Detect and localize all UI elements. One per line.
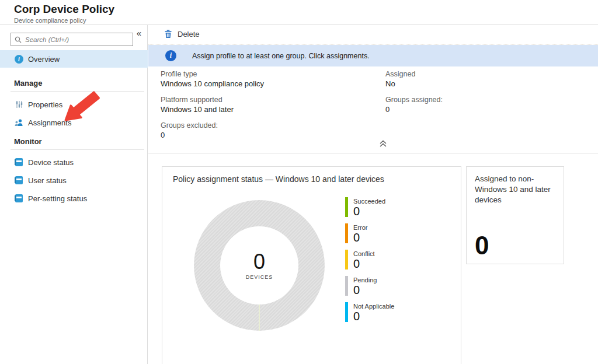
sidebar-item-assignments[interactable]: Assignments — [0, 114, 148, 131]
legend-item-pending: Pending 0 — [345, 276, 394, 296]
main-content: Delete i Assign profile to at least one … — [148, 25, 598, 364]
divider — [11, 149, 144, 150]
search-input[interactable] — [25, 36, 129, 43]
search-box[interactable] — [11, 33, 133, 46]
divider — [11, 91, 144, 92]
legend-item-conflict: Conflict 0 — [345, 250, 394, 270]
banner-text: Assign profile to at least one group. Cl… — [192, 52, 370, 60]
info-circle-icon: i — [165, 50, 176, 61]
collapse-details-chevron-icon[interactable] — [378, 139, 388, 148]
legend-item-succeeded: Succeeded 0 — [345, 197, 394, 217]
legend-item-error: Error 0 — [345, 223, 394, 243]
sidebar-item-label: User status — [28, 176, 67, 185]
legend-item-not-applicable: Not Applicable 0 — [345, 302, 394, 322]
sidebar-item-label: Per-setting status — [28, 194, 87, 203]
legend-color-bar — [345, 250, 348, 270]
field-assigned: Assigned No — [385, 69, 443, 89]
legend-color-bar — [345, 276, 348, 296]
legend-color-bar — [345, 197, 348, 217]
delete-button-label: Delete — [178, 30, 200, 38]
sidebar-section-monitor: Monitor — [14, 137, 42, 146]
divider — [148, 153, 598, 153]
info-circle-icon: i — [15, 55, 23, 64]
non-windows-devices-card: Assigned to non-Windows 10 and later dev… — [466, 166, 564, 264]
notebook-icon — [15, 176, 23, 184]
search-icon — [15, 36, 22, 43]
sidebar-item-properties[interactable]: Properties — [0, 96, 148, 113]
field-profile-type: Profile type Windows 10 compliance polic… — [161, 69, 264, 89]
donut-center-label: DEVICES — [246, 274, 273, 280]
page-header: Corp Device Policy Device compliance pol… — [0, 0, 598, 25]
intune-policy-page: Corp Device Policy Device compliance pol… — [0, 0, 598, 364]
sidebar-item-label: Device status — [28, 158, 74, 167]
sidebar-item-label: Assignments — [28, 118, 71, 127]
delete-button[interactable]: Delete — [164, 29, 200, 38]
side-card-title: Assigned to non-Windows 10 and later dev… — [475, 174, 557, 205]
trash-icon — [164, 29, 172, 38]
donut-center-value: 0 — [253, 251, 265, 273]
donut-chart: 0 DEVICES — [194, 200, 325, 331]
chart-legend: Succeeded 0 Error 0 Conflict 0 — [345, 197, 394, 328]
sidebar: « i Overview Manage — [0, 25, 148, 364]
field-platform-supported: Platform supported Windows 10 and later — [161, 95, 264, 114]
sidebar-item-label: Overview — [28, 55, 60, 64]
side-card-value: 0 — [475, 232, 489, 259]
donut-zero-tick — [259, 304, 260, 331]
field-groups-excluded: Groups excluded: 0 — [161, 121, 264, 140]
page-subtitle: Device compliance policy — [14, 17, 86, 24]
sidebar-section-manage: Manage — [14, 79, 42, 88]
sidebar-item-user-status[interactable]: User status — [0, 172, 148, 189]
sidebar-collapse-icon[interactable]: « — [134, 28, 144, 38]
sidebar-item-label: Properties — [28, 100, 62, 109]
command-bar: Delete — [148, 25, 598, 45]
sidebar-item-per-setting-status[interactable]: Per-setting status — [0, 190, 148, 207]
policy-assignment-status-card: Policy assignment status — Windows 10 an… — [162, 166, 461, 364]
sidebar-item-overview[interactable]: i Overview — [0, 50, 148, 68]
notebook-icon — [15, 158, 23, 166]
legend-color-bar — [345, 223, 348, 243]
sidebar-item-device-status[interactable]: Device status — [0, 153, 148, 171]
legend-color-bar — [345, 302, 348, 322]
page-title: Corp Device Policy — [14, 3, 114, 16]
chart-title: Policy assignment status — Windows 10 an… — [173, 174, 384, 184]
notebook-icon — [15, 194, 23, 202]
field-groups-assigned: Groups assigned: 0 — [385, 95, 443, 114]
people-icon — [15, 118, 23, 127]
sliders-icon — [15, 100, 23, 108]
assignment-warning-banner[interactable]: i Assign profile to at least one group. … — [148, 45, 598, 66]
